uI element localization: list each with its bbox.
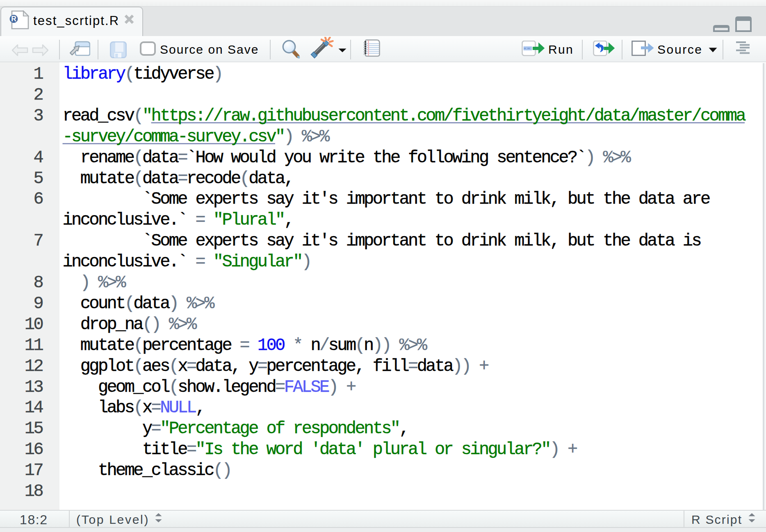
svg-text:R: R xyxy=(11,15,16,23)
